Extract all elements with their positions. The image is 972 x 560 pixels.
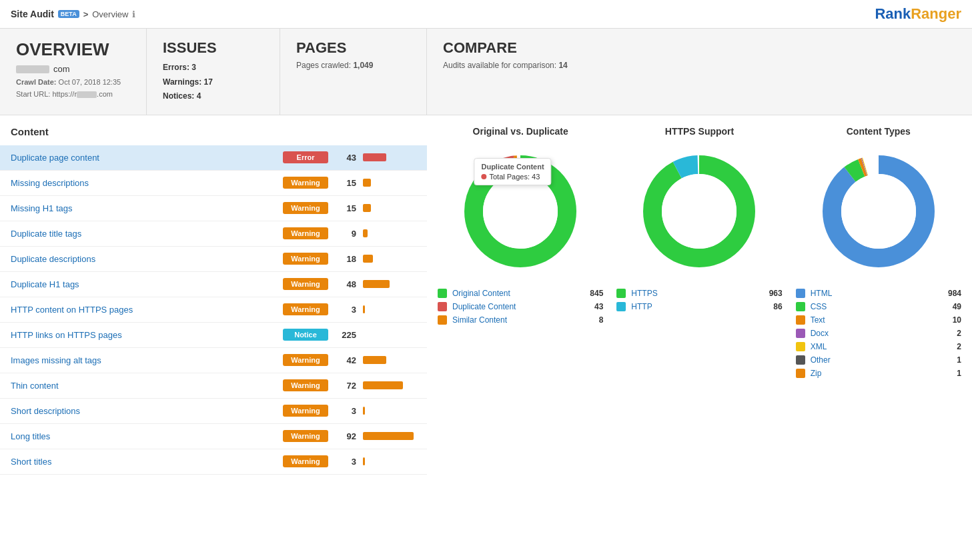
issue-name[interactable]: Duplicate title tags bbox=[11, 229, 283, 239]
issue-bar bbox=[363, 305, 365, 313]
chart-https-title: HTTPS Support bbox=[616, 126, 782, 137]
chart-https: HTTPS Support HTTPS 963 bbox=[616, 126, 782, 475]
issue-row[interactable]: Missing descriptionsWarning15 bbox=[0, 171, 427, 196]
issue-row[interactable]: Long titlesWarning92 bbox=[0, 424, 427, 449]
issue-bar bbox=[363, 204, 371, 212]
issue-count: 3 bbox=[335, 305, 356, 315]
issue-badge: Warning bbox=[283, 405, 328, 417]
donut-tooltip: Duplicate Content Total Pages: 43 bbox=[474, 158, 551, 185]
issue-count: 3 bbox=[335, 406, 356, 416]
issue-bar-container bbox=[363, 204, 416, 212]
issue-badge: Warning bbox=[283, 303, 328, 315]
pages-title: PAGES bbox=[296, 39, 410, 57]
donut-ct-wrapper bbox=[796, 145, 961, 278]
issue-name[interactable]: Thin content bbox=[11, 381, 283, 391]
issue-row[interactable]: HTTP content on HTTPS pagesWarning3 bbox=[0, 297, 427, 323]
issues-summary-list: Errors: 3 Warnings: 17 Notices: 4 bbox=[163, 61, 264, 104]
issue-bar bbox=[363, 407, 365, 415]
issue-name[interactable]: HTTP content on HTTPS pages bbox=[11, 305, 283, 315]
issue-name[interactable]: Duplicate descriptions bbox=[11, 254, 283, 264]
content-section-title: Content bbox=[0, 126, 427, 145]
issue-row[interactable]: Duplicate title tagsWarning9 bbox=[0, 221, 427, 247]
issue-count: 18 bbox=[335, 254, 356, 264]
domain-tld: com bbox=[53, 64, 70, 74]
breadcrumb-sep: > bbox=[83, 9, 89, 19]
issue-bar bbox=[363, 457, 365, 465]
legend-od: Original Content 845 Duplicate Content 4… bbox=[438, 289, 603, 325]
issue-bar bbox=[363, 331, 415, 339]
issue-bar-container bbox=[363, 432, 416, 440]
issue-bar-container bbox=[363, 179, 416, 187]
issue-bar bbox=[363, 179, 371, 187]
compare-section: COMPARE Audits available for comparison:… bbox=[427, 29, 972, 115]
issue-row[interactable]: Missing H1 tagsWarning15 bbox=[0, 196, 427, 221]
issue-row[interactable]: Thin contentWarning72 bbox=[0, 373, 427, 399]
overview-breadcrumb: Overview bbox=[92, 9, 128, 19]
issue-name[interactable]: Missing H1 tags bbox=[11, 203, 283, 213]
issue-bar bbox=[363, 229, 368, 237]
overview-section: OVERVIEW com Crawl Date: Oct 07, 2018 12… bbox=[0, 29, 147, 115]
issue-name[interactable]: Duplicate H1 tags bbox=[11, 279, 283, 289]
issue-row[interactable]: Duplicate descriptionsWarning18 bbox=[0, 247, 427, 272]
issue-name[interactable]: Duplicate page content bbox=[11, 153, 283, 163]
issue-name[interactable]: Images missing alt tags bbox=[11, 355, 283, 365]
brand-logo: RankRanger bbox=[875, 5, 961, 23]
info-icon: ℹ bbox=[132, 9, 135, 19]
donut-od-wrapper: Duplicate Content Total Pages: 43 bbox=[438, 145, 603, 278]
issue-badge: Warning bbox=[283, 430, 328, 442]
issue-name[interactable]: Long titles bbox=[11, 431, 283, 441]
issue-bar-container bbox=[363, 280, 416, 288]
issue-bar bbox=[363, 432, 414, 440]
pages-sub: Pages crawled: 1,049 bbox=[296, 61, 410, 70]
issue-badge: Notice bbox=[283, 329, 328, 341]
issue-count: 225 bbox=[335, 330, 356, 340]
issue-badge: Warning bbox=[283, 455, 328, 467]
issue-count: 3 bbox=[335, 457, 356, 467]
issue-count: 43 bbox=[335, 153, 356, 163]
issue-bar bbox=[363, 153, 386, 161]
issue-name[interactable]: Short titles bbox=[11, 457, 283, 467]
issue-count: 15 bbox=[335, 203, 356, 213]
chart-ct-title: Content Types bbox=[796, 126, 961, 137]
issue-badge: Warning bbox=[283, 253, 328, 265]
issue-count: 9 bbox=[335, 229, 356, 239]
issue-bar-container bbox=[363, 331, 416, 339]
legend-item-similar: Similar Content 8 bbox=[438, 315, 603, 325]
issues-panel: Content Duplicate page contentError43Mis… bbox=[0, 115, 427, 485]
site-audit-title: Site Audit bbox=[11, 9, 54, 19]
issue-row[interactable]: Duplicate page contentError43 bbox=[0, 145, 427, 171]
issue-rows-container: Duplicate page contentError43Missing des… bbox=[0, 145, 427, 475]
main-content: Content Duplicate page contentError43Mis… bbox=[0, 115, 972, 485]
chart-content-types: Content Types bbox=[796, 126, 961, 475]
issue-bar bbox=[363, 381, 403, 389]
issue-bar bbox=[363, 356, 386, 364]
legend-https: HTTPS 963 HTTP 86 bbox=[616, 289, 782, 311]
overview-bar: OVERVIEW com Crawl Date: Oct 07, 2018 12… bbox=[0, 29, 972, 115]
donut-ct-svg bbox=[812, 145, 945, 278]
issue-badge: Warning bbox=[283, 227, 328, 239]
legend-item-original: Original Content 845 bbox=[438, 289, 603, 298]
issue-bar-container bbox=[363, 229, 416, 237]
svg-point-6 bbox=[662, 174, 737, 249]
overview-domain: com bbox=[16, 64, 130, 74]
tooltip-dot bbox=[481, 174, 486, 179]
issue-row[interactable]: Images missing alt tagsWarning42 bbox=[0, 348, 427, 373]
overview-title: OVERVIEW bbox=[16, 39, 130, 60]
issue-bar-container bbox=[363, 255, 416, 263]
charts-panel: Original vs. Duplicate Duplicate Content… bbox=[427, 115, 972, 485]
issue-row[interactable]: Short descriptionsWarning3 bbox=[0, 399, 427, 424]
donut-https-svg bbox=[632, 145, 766, 278]
issue-badge: Warning bbox=[283, 354, 328, 366]
legend-ct: HTML 984 CSS 49 Text 10 Docx 2 bbox=[796, 289, 961, 378]
pages-section: PAGES Pages crawled: 1,049 bbox=[280, 29, 427, 115]
breadcrumb: Site Audit BETA > Overview ℹ bbox=[11, 9, 135, 19]
issue-bar-container bbox=[363, 153, 416, 161]
issue-bar-container bbox=[363, 356, 416, 364]
issue-name[interactable]: Missing descriptions bbox=[11, 178, 283, 188]
issues-summary-section: ISSUES Errors: 3 Warnings: 17 Notices: 4 bbox=[147, 29, 280, 115]
issue-name[interactable]: Short descriptions bbox=[11, 406, 283, 416]
issue-row[interactable]: HTTP links on HTTPS pagesNotice225 bbox=[0, 323, 427, 348]
issue-row[interactable]: Duplicate H1 tagsWarning48 bbox=[0, 272, 427, 297]
issue-name[interactable]: HTTP links on HTTPS pages bbox=[11, 330, 283, 340]
issue-row[interactable]: Short titlesWarning3 bbox=[0, 449, 427, 475]
